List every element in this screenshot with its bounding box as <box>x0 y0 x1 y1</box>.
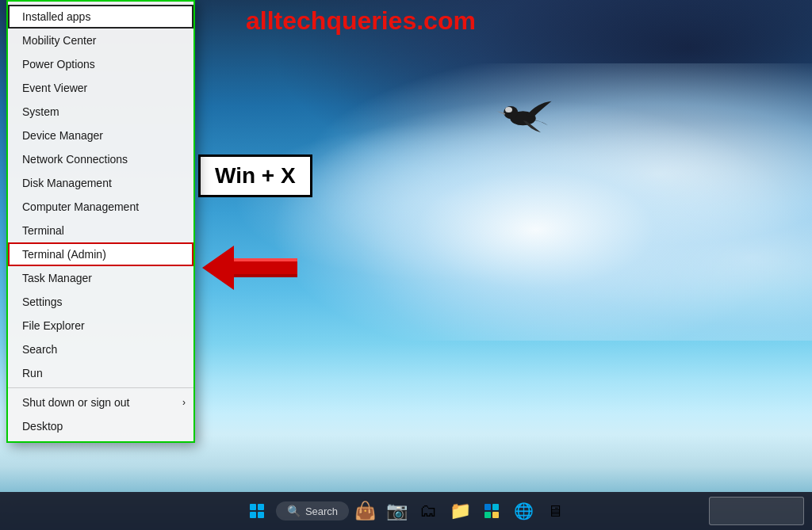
submenu-arrow-icon: › <box>182 397 186 408</box>
menu-divider <box>8 387 193 388</box>
menu-item-file-explorer[interactable]: File Explorer <box>8 314 193 337</box>
taskbar-item-chrome[interactable]: 🌐 <box>508 495 539 527</box>
menu-item-settings[interactable]: Settings <box>8 290 193 314</box>
menu-item-device-manager[interactable]: Device Manager <box>8 124 193 147</box>
bird-image <box>484 95 547 135</box>
menu-item-computer-management[interactable]: Computer Management <box>8 195 193 219</box>
chrome-icon: 🌐 <box>514 503 534 519</box>
arrow-body <box>234 258 297 277</box>
menu-item-event-viewer[interactable]: Event Viewer <box>8 76 193 100</box>
files-icon: 🗂 <box>419 502 437 520</box>
arrow-indicator <box>202 246 297 290</box>
shortcut-label: Win + X <box>198 154 312 197</box>
menu-item-shut-down[interactable]: Shut down or sign out › <box>8 391 193 414</box>
context-menu: Installed apps Mobility Center Power Opt… <box>6 0 195 443</box>
menu-item-terminal[interactable]: Terminal <box>8 219 193 242</box>
menu-item-mobility-center[interactable]: Mobility Center <box>8 29 193 52</box>
menu-item-network-connections[interactable]: Network Connections <box>8 147 193 171</box>
taskbar-search-bar[interactable]: 🔍 Search <box>276 501 349 520</box>
arrow-head <box>202 246 234 290</box>
windows-logo-icon <box>250 504 264 518</box>
menu-item-system[interactable]: System <box>8 100 193 124</box>
taskbar-item-camera[interactable]: 📷 <box>381 495 412 527</box>
bag-icon: 👜 <box>354 502 376 520</box>
monitor-icon: 🖥 <box>547 503 563 519</box>
start-button[interactable] <box>241 495 273 527</box>
taskbar-item-folder[interactable]: 📁 <box>444 495 476 527</box>
folder-icon: 📁 <box>450 502 471 520</box>
search-icon: 🔍 <box>287 505 301 517</box>
svg-point-2 <box>505 107 512 112</box>
search-label: Search <box>305 505 338 517</box>
taskbar: 🔍 Search 👜 📷 🗂 📁 🌐 🖥 <box>0 492 812 530</box>
menu-item-desktop[interactable]: Desktop <box>8 414 193 438</box>
site-watermark: alltechqueries.com <box>246 6 476 36</box>
taskbar-item-monitor[interactable]: 🖥 <box>539 495 571 527</box>
menu-item-installed-apps[interactable]: Installed apps <box>8 5 193 29</box>
system-clock[interactable] <box>709 497 804 525</box>
taskbar-item-grid[interactable] <box>476 495 508 527</box>
taskbar-item-files[interactable]: 🗂 <box>412 495 444 527</box>
menu-item-terminal-admin[interactable]: Terminal (Admin) <box>8 242 193 266</box>
menu-item-disk-management[interactable]: Disk Management <box>8 171 193 195</box>
menu-item-run[interactable]: Run <box>8 361 193 385</box>
grid-icon <box>485 504 499 518</box>
taskbar-right-area <box>709 497 804 525</box>
menu-item-power-options[interactable]: Power Options <box>8 52 193 76</box>
menu-item-search[interactable]: Search <box>8 337 193 361</box>
camera-icon: 📷 <box>386 502 408 520</box>
taskbar-item-bags[interactable]: 👜 <box>349 495 381 527</box>
menu-item-task-manager[interactable]: Task Manager <box>8 266 193 290</box>
